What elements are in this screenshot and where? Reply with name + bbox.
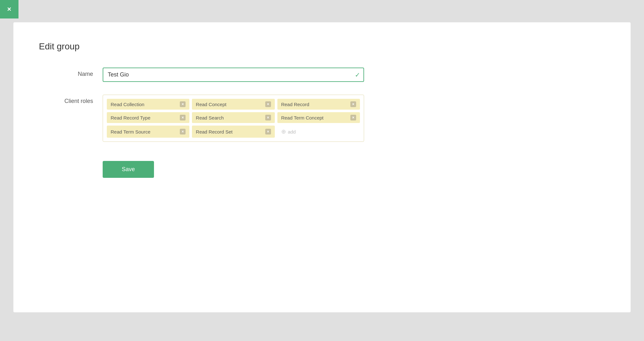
close-button[interactable]: × [0, 0, 18, 18]
remove-read-term-concept-button[interactable]: × [350, 115, 356, 120]
remove-read-record-set-button[interactable]: × [265, 129, 271, 134]
roles-grid: Read Collection × Read Concept × Read Re… [107, 99, 360, 138]
remove-icon: × [182, 102, 184, 106]
remove-icon: × [352, 116, 354, 120]
name-input-container: ✓ [103, 68, 364, 82]
role-tag-read-term-concept: Read Term Concept × [277, 112, 360, 123]
add-role-label: add [288, 129, 296, 134]
client-roles-row: Client roles Read Collection × Read Conc… [39, 95, 605, 142]
remove-icon: × [182, 116, 184, 120]
roles-label: Client roles [39, 95, 103, 105]
role-label-read-term-source: Read Term Source [111, 129, 177, 134]
remove-icon: × [267, 116, 269, 120]
remove-read-concept-button[interactable]: × [265, 101, 271, 107]
role-label-read-record: Read Record [281, 102, 348, 107]
name-label: Name [39, 68, 103, 77]
remove-read-collection-button[interactable]: × [180, 101, 186, 107]
page-title: Edit group [39, 41, 605, 52]
role-tag-read-record-type: Read Record Type × [107, 112, 189, 123]
role-label-read-term-concept: Read Term Concept [281, 115, 348, 120]
role-tag-read-concept: Read Concept × [192, 99, 274, 110]
role-tag-read-search: Read Search × [192, 112, 274, 123]
remove-read-search-button[interactable]: × [265, 115, 271, 120]
save-button[interactable]: Save [103, 161, 154, 178]
role-tag-read-term-source: Read Term Source × [107, 126, 189, 138]
add-role-button[interactable]: ⊕ add [277, 126, 360, 138]
remove-read-record-type-button[interactable]: × [180, 115, 186, 120]
remove-icon: × [267, 130, 269, 134]
role-tag-read-collection: Read Collection × [107, 99, 189, 110]
name-input-wrapper: ✓ [103, 68, 364, 82]
remove-read-record-button[interactable]: × [350, 101, 356, 107]
role-tag-read-record-set: Read Record Set × [192, 126, 274, 138]
remove-icon: × [267, 102, 269, 106]
add-role-icon: ⊕ [281, 128, 286, 135]
role-label-read-concept: Read Concept [196, 102, 262, 107]
remove-icon: × [182, 130, 184, 134]
check-icon: ✓ [355, 71, 360, 79]
remove-read-term-source-button[interactable]: × [180, 129, 186, 134]
edit-group-card: Edit group Name ✓ Client roles Read Coll… [13, 22, 631, 312]
name-input[interactable] [103, 68, 364, 82]
roles-container: Read Collection × Read Concept × Read Re… [103, 95, 364, 142]
roles-wrapper: Read Collection × Read Concept × Read Re… [103, 95, 364, 142]
role-tag-read-record: Read Record × [277, 99, 360, 110]
role-label-read-search: Read Search [196, 115, 262, 120]
role-label-read-record-type: Read Record Type [111, 115, 177, 120]
name-row: Name ✓ [39, 68, 605, 82]
remove-icon: × [352, 102, 354, 106]
role-label-read-collection: Read Collection [111, 102, 177, 107]
close-icon: × [7, 6, 11, 13]
role-label-read-record-set: Read Record Set [196, 129, 262, 134]
